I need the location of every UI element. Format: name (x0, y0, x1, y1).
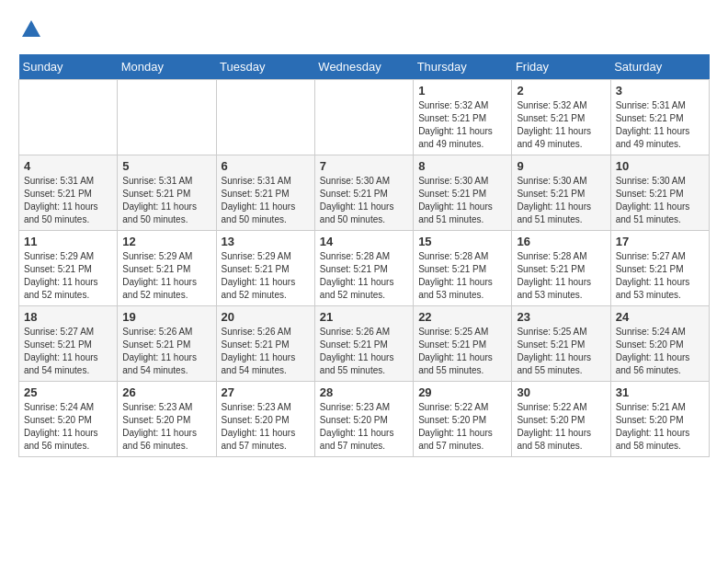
day-info: Sunrise: 5:22 AM Sunset: 5:20 PM Dayligh… (418, 401, 506, 453)
day-number: 2 (517, 84, 605, 98)
weekday-header-row: SundayMondayTuesdayWednesdayThursdayFrid… (19, 54, 710, 80)
day-cell: 21Sunrise: 5:26 AM Sunset: 5:21 PM Dayli… (314, 305, 413, 381)
day-info: Sunrise: 5:31 AM Sunset: 5:21 PM Dayligh… (222, 175, 310, 226)
day-cell: 14Sunrise: 5:28 AM Sunset: 5:21 PM Dayli… (314, 230, 413, 305)
svg-marker-0 (22, 20, 40, 37)
day-cell: 16Sunrise: 5:28 AM Sunset: 5:21 PM Dayli… (512, 230, 610, 305)
day-info: Sunrise: 5:24 AM Sunset: 5:20 PM Dayligh… (24, 401, 112, 453)
day-number: 6 (222, 159, 310, 173)
day-number: 12 (122, 235, 210, 248)
day-cell: 10Sunrise: 5:30 AM Sunset: 5:21 PM Dayli… (610, 155, 709, 230)
day-number: 22 (418, 310, 506, 324)
day-info: Sunrise: 5:27 AM Sunset: 5:21 PM Dayligh… (24, 326, 112, 377)
day-cell: 8Sunrise: 5:30 AM Sunset: 5:21 PM Daylig… (414, 155, 512, 230)
logo-icon (20, 18, 42, 40)
day-cell: 22Sunrise: 5:25 AM Sunset: 5:21 PM Dayli… (414, 305, 512, 381)
day-number: 26 (122, 385, 210, 399)
day-cell: 17Sunrise: 5:27 AM Sunset: 5:21 PM Dayli… (610, 230, 709, 305)
day-cell: 28Sunrise: 5:23 AM Sunset: 5:20 PM Dayli… (314, 381, 413, 456)
day-number: 27 (222, 385, 310, 399)
day-info: Sunrise: 5:27 AM Sunset: 5:21 PM Dayligh… (616, 250, 704, 302)
day-number: 23 (517, 310, 605, 324)
day-info: Sunrise: 5:32 AM Sunset: 5:21 PM Dayligh… (517, 99, 605, 151)
day-number: 29 (418, 385, 506, 399)
day-number: 16 (517, 235, 605, 248)
day-number: 17 (616, 235, 704, 248)
day-cell: 12Sunrise: 5:29 AM Sunset: 5:21 PM Dayli… (118, 230, 216, 305)
day-info: Sunrise: 5:26 AM Sunset: 5:21 PM Dayligh… (320, 326, 408, 377)
week-row-2: 4Sunrise: 5:31 AM Sunset: 5:21 PM Daylig… (19, 155, 710, 230)
day-cell: 29Sunrise: 5:22 AM Sunset: 5:20 PM Dayli… (414, 381, 512, 456)
day-info: Sunrise: 5:25 AM Sunset: 5:21 PM Dayligh… (418, 326, 506, 377)
day-number: 25 (24, 385, 112, 399)
day-info: Sunrise: 5:23 AM Sunset: 5:20 PM Dayligh… (222, 401, 310, 453)
day-info: Sunrise: 5:29 AM Sunset: 5:21 PM Dayligh… (122, 250, 210, 302)
day-info: Sunrise: 5:22 AM Sunset: 5:20 PM Dayligh… (517, 401, 605, 453)
day-cell: 5Sunrise: 5:31 AM Sunset: 5:21 PM Daylig… (118, 155, 216, 230)
day-number: 28 (320, 385, 408, 399)
day-number: 3 (616, 84, 704, 98)
day-cell: 20Sunrise: 5:26 AM Sunset: 5:21 PM Dayli… (216, 305, 314, 381)
day-number: 20 (222, 310, 310, 324)
week-row-5: 25Sunrise: 5:24 AM Sunset: 5:20 PM Dayli… (19, 381, 710, 456)
weekday-header-friday: Friday (512, 54, 610, 80)
day-info: Sunrise: 5:31 AM Sunset: 5:21 PM Dayligh… (122, 175, 210, 226)
day-cell: 19Sunrise: 5:26 AM Sunset: 5:21 PM Dayli… (118, 305, 216, 381)
day-info: Sunrise: 5:31 AM Sunset: 5:21 PM Dayligh… (616, 99, 704, 151)
logo (18, 18, 42, 45)
page-header (18, 18, 710, 45)
day-info: Sunrise: 5:23 AM Sunset: 5:20 PM Dayligh… (320, 401, 408, 453)
calendar-table: SundayMondayTuesdayWednesdayThursdayFrid… (18, 54, 710, 457)
day-number: 7 (320, 159, 408, 173)
day-info: Sunrise: 5:29 AM Sunset: 5:21 PM Dayligh… (24, 250, 112, 302)
day-info: Sunrise: 5:21 AM Sunset: 5:20 PM Dayligh… (616, 401, 704, 453)
week-row-4: 18Sunrise: 5:27 AM Sunset: 5:21 PM Dayli… (19, 305, 710, 381)
day-info: Sunrise: 5:30 AM Sunset: 5:21 PM Dayligh… (320, 175, 408, 226)
week-row-3: 11Sunrise: 5:29 AM Sunset: 5:21 PM Dayli… (19, 230, 710, 305)
weekday-header-thursday: Thursday (414, 54, 512, 80)
weekday-header-sunday: Sunday (19, 54, 118, 80)
day-cell: 27Sunrise: 5:23 AM Sunset: 5:20 PM Dayli… (216, 381, 314, 456)
day-info: Sunrise: 5:28 AM Sunset: 5:21 PM Dayligh… (418, 250, 506, 302)
day-number: 18 (24, 310, 112, 324)
day-cell: 15Sunrise: 5:28 AM Sunset: 5:21 PM Dayli… (414, 230, 512, 305)
day-cell: 4Sunrise: 5:31 AM Sunset: 5:21 PM Daylig… (19, 155, 118, 230)
day-number: 8 (418, 159, 506, 173)
day-info: Sunrise: 5:30 AM Sunset: 5:21 PM Dayligh… (616, 175, 704, 226)
day-number: 14 (320, 235, 408, 248)
day-number: 19 (122, 310, 210, 324)
day-info: Sunrise: 5:32 AM Sunset: 5:21 PM Dayligh… (418, 99, 506, 151)
day-info: Sunrise: 5:28 AM Sunset: 5:21 PM Dayligh… (517, 250, 605, 302)
day-cell: 9Sunrise: 5:30 AM Sunset: 5:21 PM Daylig… (512, 155, 610, 230)
day-info: Sunrise: 5:24 AM Sunset: 5:20 PM Dayligh… (616, 326, 704, 377)
weekday-header-tuesday: Tuesday (216, 54, 314, 80)
day-number: 4 (24, 159, 112, 173)
day-number: 15 (418, 235, 506, 248)
day-cell (314, 79, 413, 155)
day-cell: 25Sunrise: 5:24 AM Sunset: 5:20 PM Dayli… (19, 381, 118, 456)
day-cell: 13Sunrise: 5:29 AM Sunset: 5:21 PM Dayli… (216, 230, 314, 305)
day-number: 9 (517, 159, 605, 173)
weekday-header-monday: Monday (118, 54, 216, 80)
day-info: Sunrise: 5:30 AM Sunset: 5:21 PM Dayligh… (418, 175, 506, 226)
day-cell: 3Sunrise: 5:31 AM Sunset: 5:21 PM Daylig… (610, 79, 709, 155)
day-info: Sunrise: 5:31 AM Sunset: 5:21 PM Dayligh… (24, 175, 112, 226)
day-info: Sunrise: 5:25 AM Sunset: 5:21 PM Dayligh… (517, 326, 605, 377)
logo-text (18, 18, 42, 45)
day-number: 11 (24, 235, 112, 248)
day-info: Sunrise: 5:23 AM Sunset: 5:20 PM Dayligh… (122, 401, 210, 453)
day-cell: 18Sunrise: 5:27 AM Sunset: 5:21 PM Dayli… (19, 305, 118, 381)
day-number: 10 (616, 159, 704, 173)
day-cell (19, 79, 118, 155)
day-number: 21 (320, 310, 408, 324)
day-info: Sunrise: 5:30 AM Sunset: 5:21 PM Dayligh… (517, 175, 605, 226)
day-number: 31 (616, 385, 704, 399)
day-info: Sunrise: 5:26 AM Sunset: 5:21 PM Dayligh… (222, 326, 310, 377)
day-cell: 1Sunrise: 5:32 AM Sunset: 5:21 PM Daylig… (414, 79, 512, 155)
day-cell (118, 79, 216, 155)
weekday-header-wednesday: Wednesday (314, 54, 413, 80)
day-info: Sunrise: 5:29 AM Sunset: 5:21 PM Dayligh… (222, 250, 310, 302)
day-number: 24 (616, 310, 704, 324)
day-cell: 2Sunrise: 5:32 AM Sunset: 5:21 PM Daylig… (512, 79, 610, 155)
day-cell: 26Sunrise: 5:23 AM Sunset: 5:20 PM Dayli… (118, 381, 216, 456)
